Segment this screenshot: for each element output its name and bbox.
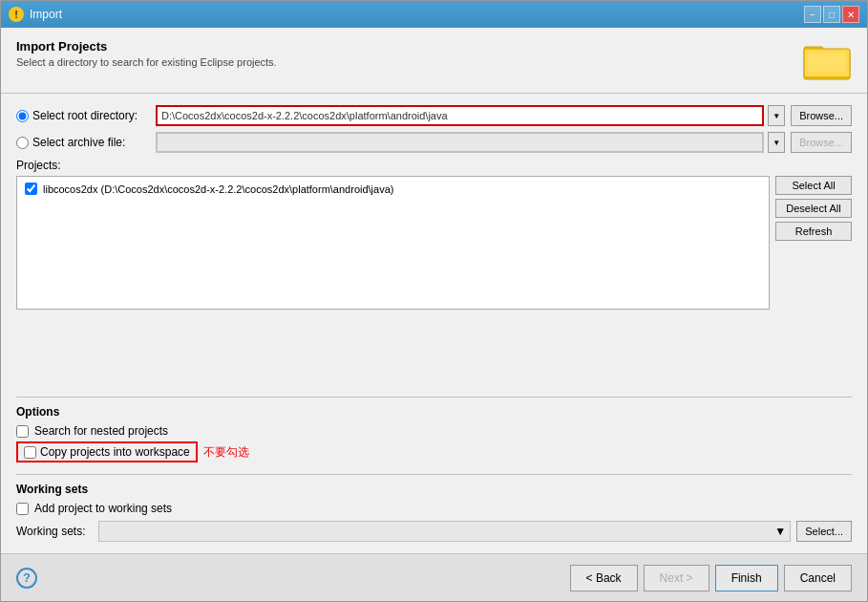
deselect-all-button[interactable]: Deselect All	[775, 199, 852, 218]
archive-file-row: Select archive file: ▼ Browse...	[16, 132, 852, 153]
header-text: Import Projects Select a directory to se…	[16, 39, 277, 68]
copy-projects-highlight: Copy projects into workspace	[16, 441, 198, 462]
window-title: Import	[30, 8, 62, 21]
root-directory-dropdown[interactable]: ▼	[768, 105, 785, 126]
dialog-subtitle: Select a directory to search for existin…	[16, 56, 277, 68]
copy-projects-label: Copy projects into workspace	[40, 445, 190, 459]
maximize-button[interactable]: □	[823, 6, 840, 23]
archive-file-radio-label[interactable]: Select archive file:	[16, 136, 150, 149]
dialog-content: Import Projects Select a directory to se…	[1, 28, 867, 553]
footer-buttons: < Back Next > Finish Cancel	[570, 565, 852, 591]
working-sets-title: Working sets	[16, 483, 852, 496]
list-item: libcocos2dx (D:\Cocos2dx\cocos2d-x-2.2.2…	[21, 181, 765, 197]
search-nested-checkbox[interactable]	[16, 425, 29, 438]
search-nested-row: Search for nested projects	[16, 424, 852, 438]
projects-section: Projects: libcocos2dx (D:\Cocos2dx\cocos…	[16, 159, 852, 389]
copy-projects-note: 不要勾选	[203, 444, 249, 461]
add-to-working-sets-row: Add project to working sets	[16, 502, 852, 515]
root-directory-input[interactable]	[156, 105, 764, 126]
archive-file-dropdown[interactable]: ▼	[768, 132, 785, 153]
select-all-button[interactable]: Select All	[775, 176, 852, 195]
archive-file-combo: ▼	[156, 132, 785, 153]
options-title: Options	[16, 405, 852, 419]
add-to-working-sets-label: Add project to working sets	[34, 502, 172, 515]
close-button[interactable]: ✕	[842, 6, 859, 23]
folder-icon	[802, 39, 852, 81]
projects-container: libcocos2dx (D:\Cocos2dx\cocos2d-x-2.2.2…	[16, 176, 852, 389]
help-button[interactable]: ?	[16, 568, 37, 589]
import-dialog: ! Import − □ ✕ Import Projects Select a …	[0, 0, 868, 602]
root-directory-radio[interactable]	[16, 110, 29, 122]
root-directory-row: Select root directory: ▼ Browse...	[16, 105, 852, 126]
project-checkbox[interactable]	[25, 183, 37, 195]
root-browse-button[interactable]: Browse...	[791, 105, 852, 126]
title-bar: ! Import − □ ✕	[1, 1, 867, 28]
help-area: ?	[16, 568, 45, 589]
working-sets-section: Working sets Add project to working sets…	[16, 474, 852, 542]
projects-list[interactable]: libcocos2dx (D:\Cocos2dx\cocos2d-x-2.2.2…	[16, 176, 770, 310]
archive-browse-button: Browse...	[791, 132, 852, 153]
project-name: libcocos2dx (D:\Cocos2dx\cocos2d-x-2.2.2…	[43, 183, 393, 195]
archive-file-input	[156, 132, 764, 153]
archive-file-label: Select archive file:	[32, 136, 125, 149]
header-section: Import Projects Select a directory to se…	[16, 39, 852, 81]
back-button[interactable]: < Back	[570, 565, 638, 591]
working-sets-input-row: Working sets: ▼ Select...	[16, 521, 852, 542]
projects-buttons: Select All Deselect All Refresh	[775, 176, 852, 389]
dialog-footer: ? < Back Next > Finish Cancel	[1, 553, 867, 601]
working-sets-combo[interactable]: ▼	[98, 521, 791, 542]
title-bar-left: ! Import	[9, 7, 62, 22]
working-sets-label: Working sets:	[16, 525, 93, 538]
minimize-button[interactable]: −	[804, 6, 821, 23]
archive-file-radio[interactable]	[16, 137, 29, 149]
working-sets-dropdown-icon: ▼	[774, 525, 786, 538]
dialog-title: Import Projects	[16, 39, 277, 54]
next-button: Next >	[644, 565, 709, 591]
window-controls: − □ ✕	[804, 6, 859, 23]
header-separator	[1, 93, 867, 94]
add-to-working-sets-checkbox[interactable]	[16, 503, 29, 515]
finish-button[interactable]: Finish	[715, 565, 778, 591]
copy-projects-checkbox[interactable]	[24, 446, 36, 459]
svg-rect-3	[808, 53, 846, 72]
refresh-button[interactable]: Refresh	[775, 222, 852, 241]
cancel-button[interactable]: Cancel	[784, 565, 852, 591]
root-directory-label: Select root directory:	[32, 109, 138, 122]
working-sets-select-button[interactable]: Select...	[796, 521, 852, 542]
root-directory-radio-label[interactable]: Select root directory:	[16, 109, 150, 122]
root-directory-combo: ▼	[156, 105, 785, 126]
options-section: Options Search for nested projects Copy …	[16, 397, 852, 466]
copy-projects-row: Copy projects into workspace 不要勾选	[16, 441, 852, 462]
warning-icon: !	[9, 7, 24, 22]
search-nested-label: Search for nested projects	[34, 424, 168, 438]
projects-label: Projects:	[16, 159, 852, 172]
